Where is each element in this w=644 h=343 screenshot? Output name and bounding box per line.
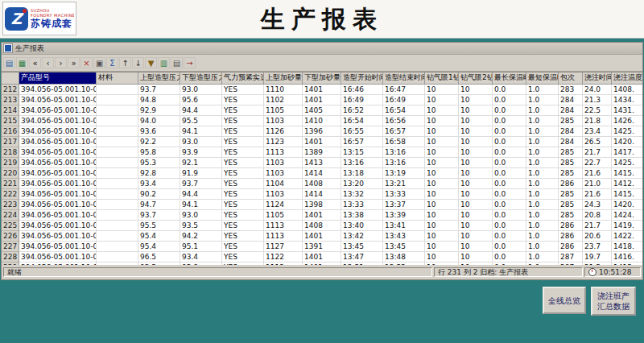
table-cell[interactable]: YES: [222, 189, 264, 200]
table-cell[interactable]: 394.056-05.001.10-01: [19, 85, 97, 95]
table-cell[interactable]: 93.7: [180, 179, 222, 189]
table-cell[interactable]: 394.056-05.001.10-01: [19, 189, 97, 200]
table-cell[interactable]: YES: [222, 147, 264, 158]
table-cell[interactable]: 26.5: [583, 137, 612, 147]
sort-desc-icon[interactable]: ↓: [132, 57, 144, 68]
table-cell[interactable]: 394.056-05.001.10-01: [19, 158, 97, 168]
column-header[interactable]: 浇注时间: [583, 72, 612, 85]
table-cell[interactable]: 93.7: [138, 85, 180, 95]
table-cell[interactable]: YES: [222, 179, 264, 189]
table-cell[interactable]: 16:55: [341, 126, 383, 137]
table-cell[interactable]: [97, 158, 138, 168]
table-row[interactable]: 215394.056-05.001.10-0194.095.5YES110314…: [2, 116, 642, 126]
table-cell[interactable]: 10: [459, 189, 493, 200]
table-cell[interactable]: 1401: [303, 210, 341, 221]
table-row[interactable]: 219394.056-05.001.10-0195.392.1YES110314…: [2, 158, 642, 168]
table-cell[interactable]: 1414: [303, 168, 341, 179]
table-cell[interactable]: 92.9: [138, 105, 180, 116]
table-cell[interactable]: 285: [559, 158, 583, 168]
row-number[interactable]: 217: [2, 137, 19, 147]
table-cell[interactable]: 16:54: [341, 116, 383, 126]
table-cell[interactable]: 10: [459, 126, 493, 137]
table-cell[interactable]: 92.8: [138, 168, 180, 179]
prev-record-icon[interactable]: ‹: [42, 57, 54, 68]
table-cell[interactable]: 13:38: [341, 210, 383, 221]
table-cell[interactable]: 1105: [264, 105, 303, 116]
table-cell[interactable]: 1.0: [526, 221, 559, 231]
table-cell[interactable]: [97, 85, 138, 95]
table-cell[interactable]: 1389: [303, 147, 341, 158]
table-cell[interactable]: 13:33: [341, 200, 383, 210]
table-cell[interactable]: 1401: [303, 252, 341, 262]
table-cell[interactable]: 13:15: [341, 147, 383, 158]
table-cell[interactable]: 16:49: [383, 95, 425, 105]
column-header[interactable]: 造型结束时间: [383, 72, 425, 85]
table-cell[interactable]: 95.6: [180, 95, 222, 105]
table-cell[interactable]: 1103: [264, 158, 303, 168]
sum-icon[interactable]: Σ: [106, 57, 118, 68]
row-number[interactable]: 223: [2, 200, 19, 210]
table-cell[interactable]: 10: [425, 262, 459, 265]
export-icon[interactable]: ▤: [3, 57, 15, 68]
table-cell[interactable]: 1.0: [526, 200, 559, 210]
table-cell[interactable]: 93.4: [138, 179, 180, 189]
table-cell[interactable]: 1425.: [612, 158, 642, 168]
table-cell[interactable]: 10: [459, 262, 493, 265]
table-row[interactable]: 222394.056-05.001.10-0190.294.4YES110314…: [2, 189, 642, 200]
table-cell[interactable]: 1110: [264, 85, 303, 95]
table-cell[interactable]: 13:37: [383, 200, 425, 210]
table-cell[interactable]: 1405: [303, 105, 341, 116]
table-cell[interactable]: 13:16: [383, 147, 425, 158]
table-cell[interactable]: 0.0: [493, 231, 526, 242]
table-cell[interactable]: 93.0: [180, 210, 222, 221]
table-cell[interactable]: YES: [222, 137, 264, 147]
column-header[interactable]: 钻气眼1钻孔数: [425, 72, 459, 85]
table-cell[interactable]: 1102: [264, 95, 303, 105]
table-row[interactable]: 220394.056-05.001.10-0192.891.9YES110314…: [2, 168, 642, 179]
exit-icon[interactable]: →: [184, 57, 196, 68]
table-cell[interactable]: 394.056-05.001.10-01: [19, 252, 97, 262]
table-cell[interactable]: 1414: [303, 189, 341, 200]
table-cell[interactable]: 10: [425, 116, 459, 126]
table-cell[interactable]: 285: [559, 168, 583, 179]
table-cell[interactable]: [97, 137, 138, 147]
table-cell[interactable]: 394.056-05.001.10-01: [19, 105, 97, 116]
table-cell[interactable]: 95.5: [180, 116, 222, 126]
table-cell[interactable]: 94.2: [180, 231, 222, 242]
table-cell[interactable]: 0.0: [493, 221, 526, 231]
column-header[interactable]: 包次: [559, 72, 583, 85]
first-record-icon[interactable]: «: [29, 57, 41, 68]
table-cell[interactable]: 1419.: [612, 221, 642, 231]
table-cell[interactable]: 95.5: [138, 221, 180, 231]
table-cell[interactable]: 16:52: [341, 105, 383, 116]
table-cell[interactable]: 21.8: [583, 116, 612, 126]
table-cell[interactable]: 16:49: [341, 95, 383, 105]
table-cell[interactable]: 94.1: [180, 126, 222, 137]
table-cell[interactable]: 10: [425, 105, 459, 116]
table-cell[interactable]: 1127: [264, 242, 303, 252]
table-cell[interactable]: 16:57: [383, 126, 425, 137]
table-cell[interactable]: 92.1: [180, 158, 222, 168]
table-cell[interactable]: [97, 252, 138, 262]
table-cell[interactable]: [97, 95, 138, 105]
table-cell[interactable]: 1408: [303, 221, 341, 231]
table-cell[interactable]: 13:18: [341, 168, 383, 179]
column-header[interactable]: 造型开始时间: [341, 72, 383, 85]
table-cell[interactable]: 24.3: [583, 200, 612, 210]
column-header[interactable]: 下型造型压力: [180, 72, 222, 85]
table-cell[interactable]: 1401: [303, 231, 341, 242]
table-cell[interactable]: 20.6: [583, 231, 612, 242]
row-number[interactable]: 213: [2, 95, 19, 105]
table-cell[interactable]: 1.0: [526, 126, 559, 137]
chart-icon[interactable]: ▥: [158, 57, 170, 68]
table-cell[interactable]: 13:45: [341, 242, 383, 252]
table-cell[interactable]: 13:33: [383, 189, 425, 200]
table-cell[interactable]: 21.6: [583, 189, 612, 200]
table-cell[interactable]: 1.0: [526, 242, 559, 252]
row-number[interactable]: 219: [2, 158, 19, 168]
table-cell[interactable]: 1401: [303, 85, 341, 95]
table-cell[interactable]: YES: [222, 85, 264, 95]
table-cell[interactable]: YES: [222, 242, 264, 252]
table-cell[interactable]: YES: [222, 231, 264, 242]
table-cell[interactable]: 21.0: [583, 179, 612, 189]
